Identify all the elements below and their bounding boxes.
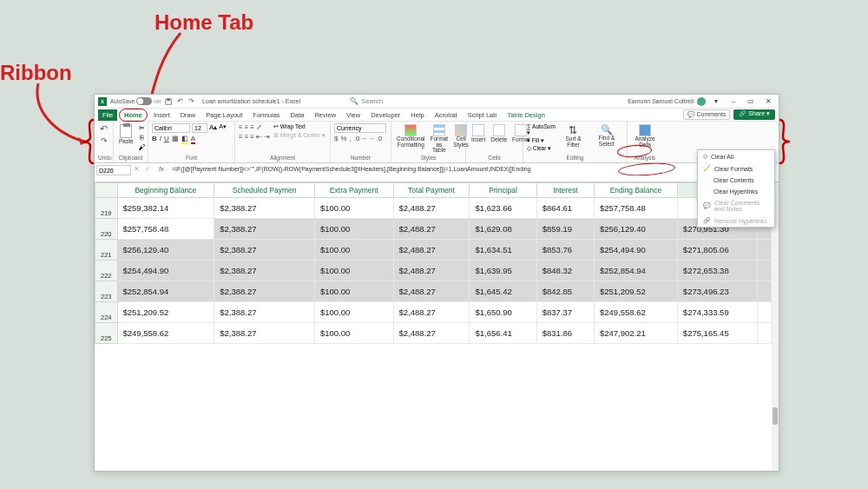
close-button[interactable]: ✕ bbox=[761, 96, 775, 107]
align-bottom-icon[interactable]: ≡ bbox=[250, 123, 254, 131]
clear-all-item[interactable]: ◇Clear All bbox=[698, 150, 774, 162]
row-header[interactable]: 224 bbox=[95, 302, 118, 323]
cell[interactable] bbox=[758, 323, 772, 344]
cell[interactable]: $252,854.94 bbox=[594, 261, 677, 281]
cell[interactable] bbox=[758, 302, 772, 323]
comma-format-icon[interactable]: , bbox=[350, 135, 352, 142]
border-icon[interactable]: ▦ bbox=[172, 135, 179, 144]
tab-table-design[interactable]: Table Design bbox=[503, 109, 549, 121]
decrease-decimal-icon[interactable]: ←.0 bbox=[369, 135, 382, 142]
tab-home[interactable]: Home bbox=[119, 109, 148, 122]
cell[interactable]: $1,645.42 bbox=[470, 281, 536, 302]
enter-formula-icon[interactable]: ✓ bbox=[142, 165, 154, 173]
col-header[interactable]: Scheduled Paymen bbox=[214, 183, 315, 198]
cell[interactable]: $853.76 bbox=[536, 240, 594, 261]
autosave-toggle[interactable] bbox=[136, 97, 152, 105]
merge-center-button[interactable]: ⊞ Merge & Center ▾ bbox=[273, 132, 326, 139]
cut-icon[interactable]: ✂ bbox=[137, 123, 148, 132]
cell[interactable] bbox=[758, 261, 772, 281]
cell[interactable]: $2,388.27 bbox=[214, 323, 315, 344]
cell[interactable]: $1,650.90 bbox=[470, 302, 536, 323]
cell[interactable]: $272,653.38 bbox=[677, 261, 757, 281]
delete-cells-button[interactable]: Delete bbox=[489, 123, 509, 143]
cell[interactable]: $100.00 bbox=[314, 281, 393, 302]
conditional-formatting-button[interactable]: Conditional Formatting bbox=[395, 123, 427, 149]
cell[interactable]: $254,494.90 bbox=[594, 240, 677, 261]
table-row[interactable]: 220$257,758.48$2,388.27$100.00$2,488.27$… bbox=[95, 219, 772, 240]
cell[interactable]: $249,558.62 bbox=[594, 302, 677, 323]
cell[interactable]: $2,388.27 bbox=[214, 261, 315, 281]
select-all-corner[interactable] bbox=[95, 183, 118, 198]
cell[interactable]: $2,388.27 bbox=[214, 219, 315, 240]
search-box[interactable]: 🔍 Search bbox=[344, 96, 389, 107]
cell[interactable] bbox=[758, 240, 772, 261]
cell[interactable]: $100.00 bbox=[314, 302, 393, 323]
table-row[interactable]: 221$256,129.40$2,388.27$100.00$2,488.27$… bbox=[95, 240, 772, 261]
save-icon[interactable] bbox=[164, 97, 173, 106]
cell[interactable]: $274,333.59 bbox=[677, 302, 757, 323]
increase-font-icon[interactable]: A▴ bbox=[209, 123, 217, 133]
comments-button[interactable]: 💬 Comments bbox=[683, 109, 731, 120]
cell[interactable]: $251,209.52 bbox=[117, 302, 214, 323]
fill-color-icon[interactable]: ◧ bbox=[181, 135, 188, 144]
paste-button[interactable]: Paste bbox=[117, 123, 135, 145]
font-color-icon[interactable]: A bbox=[191, 135, 195, 144]
decrease-indent-icon[interactable]: ⇤ bbox=[256, 133, 262, 141]
cell[interactable]: $252,854.94 bbox=[117, 281, 214, 302]
scrollbar-thumb[interactable] bbox=[773, 407, 778, 425]
increase-decimal-icon[interactable]: .0→ bbox=[354, 135, 367, 142]
row-header[interactable]: 222 bbox=[95, 261, 118, 281]
name-box[interactable]: D220 bbox=[96, 165, 131, 175]
tab-view[interactable]: View bbox=[342, 109, 365, 121]
find-select-button[interactable]: 🔍Find & Select bbox=[590, 123, 623, 148]
cell[interactable]: $864.61 bbox=[536, 198, 594, 219]
col-header[interactable]: Principal bbox=[470, 183, 536, 198]
tab-acrobat[interactable]: Acrobat bbox=[431, 109, 462, 121]
redo-button[interactable]: ↷ bbox=[101, 136, 108, 145]
table-row[interactable]: 219$259,382.14$2,388.27$100.00$2,488.27$… bbox=[95, 198, 772, 219]
table-row[interactable]: 223$252,854.94$2,388.27$100.00$2,488.27$… bbox=[95, 281, 772, 302]
cell[interactable] bbox=[758, 281, 772, 302]
tab-script-lab[interactable]: Script Lab bbox=[464, 109, 502, 121]
cell[interactable]: $2,388.27 bbox=[214, 302, 315, 323]
cell[interactable]: $100.00 bbox=[314, 219, 393, 240]
col-header[interactable]: Interest bbox=[536, 183, 594, 198]
insert-cells-button[interactable]: Insert bbox=[470, 123, 487, 143]
cell[interactable]: $2,388.27 bbox=[214, 281, 315, 302]
tab-formulas[interactable]: Formulas bbox=[248, 109, 284, 121]
cell[interactable]: $256,129.40 bbox=[117, 240, 214, 261]
tab-developer[interactable]: Developer bbox=[366, 109, 404, 121]
align-center-icon[interactable]: ≡ bbox=[245, 133, 249, 141]
cell[interactable]: $257,758.48 bbox=[594, 198, 677, 219]
minimize-button[interactable]: – bbox=[727, 96, 740, 107]
col-header[interactable]: Extra Payment bbox=[314, 183, 393, 198]
cell[interactable]: $837.37 bbox=[536, 302, 594, 323]
col-header[interactable]: Total Payment bbox=[393, 183, 470, 198]
increase-indent-icon[interactable]: ⇥ bbox=[264, 133, 270, 141]
tab-data[interactable]: Data bbox=[286, 109, 309, 121]
decrease-font-icon[interactable]: A▾ bbox=[219, 123, 227, 133]
undo-button[interactable]: ↶ bbox=[100, 123, 108, 135]
fill-button[interactable]: ▾ Fill ▾ bbox=[527, 137, 556, 144]
format-as-table-button[interactable]: Format as Table bbox=[429, 123, 450, 155]
bold-icon[interactable]: B bbox=[152, 135, 157, 144]
cell[interactable]: $2,488.27 bbox=[393, 240, 470, 261]
cell[interactable]: $259,382.14 bbox=[117, 198, 214, 219]
cell[interactable]: $1,634.51 bbox=[470, 240, 536, 261]
row-header[interactable]: 223 bbox=[95, 281, 118, 302]
number-format-select[interactable]: Currency bbox=[334, 123, 386, 133]
row-header[interactable]: 220 bbox=[95, 219, 118, 240]
font-size-select[interactable]: 12 bbox=[192, 123, 207, 133]
clear-hyperlinks-item[interactable]: Clear Hyperlinks bbox=[698, 186, 774, 197]
row-header[interactable]: 225 bbox=[95, 323, 118, 344]
cell[interactable]: $254,494.90 bbox=[117, 261, 214, 281]
table-row[interactable]: 224$251,209.52$2,388.27$100.00$2,488.27$… bbox=[95, 302, 772, 323]
cell[interactable]: $2,388.27 bbox=[214, 198, 315, 219]
tab-page-layout[interactable]: Page Layout bbox=[201, 109, 247, 121]
cell[interactable]: $1,656.41 bbox=[470, 323, 536, 344]
restore-button[interactable]: ▭ bbox=[744, 96, 758, 107]
accounting-format-icon[interactable]: $ bbox=[334, 135, 338, 142]
tab-review[interactable]: Review bbox=[310, 109, 340, 121]
copy-icon[interactable]: ⎘ bbox=[137, 133, 148, 142]
cell[interactable]: $2,488.27 bbox=[393, 323, 470, 344]
